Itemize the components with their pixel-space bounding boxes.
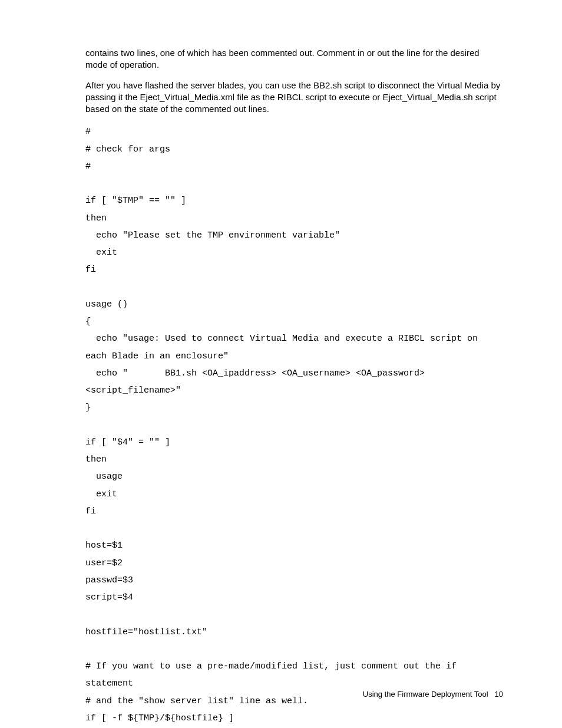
- footer-page-number: 10: [495, 690, 503, 699]
- page-footer: Using the Firmware Deployment Tool 10: [363, 690, 503, 699]
- footer-section: Using the Firmware Deployment Tool: [363, 690, 488, 699]
- page-container: contains two lines, one of which has bee…: [0, 0, 562, 728]
- paragraph-2: After you have flashed the server blades…: [85, 80, 503, 116]
- paragraph-1: contains two lines, one of which has bee…: [85, 47, 503, 71]
- code-block: # # check for args # if [ "$TMP" == "" ]…: [85, 123, 503, 727]
